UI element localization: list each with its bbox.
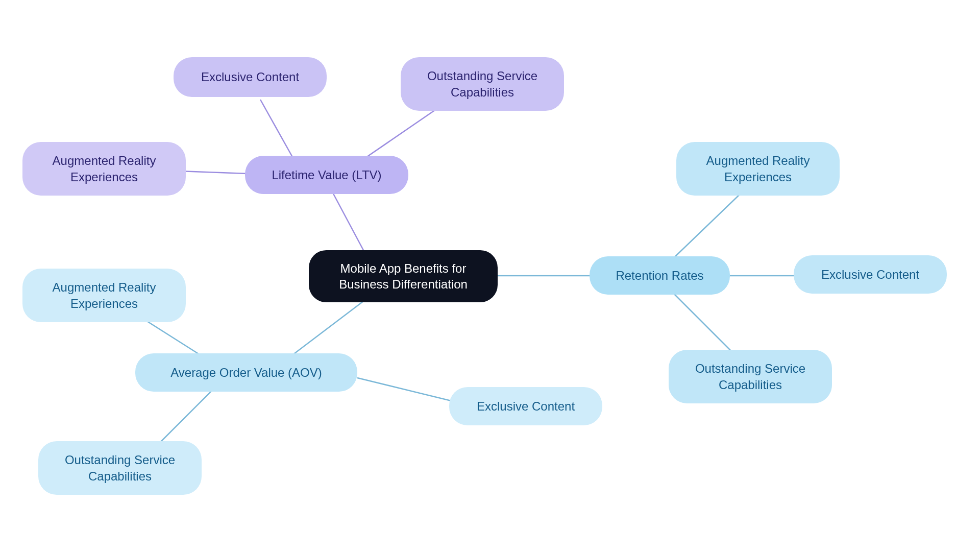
ltv-ar-label: Augmented Reality Experiences bbox=[37, 153, 172, 184]
retention-label: Retention Rates bbox=[616, 268, 703, 283]
svg-line-11 bbox=[153, 388, 214, 449]
retention-service-label: Outstanding Service Capabilities bbox=[683, 360, 818, 392]
retention-ar-node[interactable]: Augmented Reality Experiences bbox=[676, 142, 840, 196]
ltv-exclusive-label: Exclusive Content bbox=[201, 69, 299, 85]
aov-ar-label: Augmented Reality Experiences bbox=[37, 279, 172, 311]
center-label: Mobile App Benefits for Business Differe… bbox=[323, 260, 483, 292]
center-node[interactable]: Mobile App Benefits for Business Differe… bbox=[309, 250, 498, 302]
aov-node[interactable]: Average Order Value (AOV) bbox=[135, 353, 357, 392]
aov-exclusive-label: Exclusive Content bbox=[477, 398, 575, 414]
svg-line-8 bbox=[286, 296, 370, 360]
svg-line-5 bbox=[674, 194, 740, 258]
ltv-ar-node[interactable]: Augmented Reality Experiences bbox=[22, 142, 186, 196]
mindmap-canvas: Mobile App Benefits for Business Differe… bbox=[0, 0, 980, 553]
retention-exclusive-node[interactable]: Exclusive Content bbox=[794, 255, 947, 294]
aov-service-label: Outstanding Service Capabilities bbox=[53, 452, 187, 484]
aov-service-node[interactable]: Outstanding Service Capabilities bbox=[38, 441, 202, 495]
ltv-service-label: Outstanding Service Capabilities bbox=[415, 68, 550, 100]
aov-label: Average Order Value (AOV) bbox=[170, 365, 322, 380]
ltv-exclusive-node[interactable]: Exclusive Content bbox=[174, 57, 327, 97]
ltv-label: Lifetime Value (LTV) bbox=[272, 167, 381, 183]
svg-line-1 bbox=[260, 100, 296, 163]
svg-line-7 bbox=[674, 294, 738, 357]
aov-ar-node[interactable]: Augmented Reality Experiences bbox=[22, 269, 186, 322]
svg-line-2 bbox=[357, 102, 447, 163]
ltv-node[interactable]: Lifetime Value (LTV) bbox=[245, 156, 408, 194]
ltv-service-node[interactable]: Outstanding Service Capabilities bbox=[401, 57, 564, 111]
retention-node[interactable]: Retention Rates bbox=[590, 256, 730, 295]
svg-line-3 bbox=[179, 171, 248, 174]
retention-ar-label: Augmented Reality Experiences bbox=[691, 153, 825, 184]
aov-exclusive-node[interactable]: Exclusive Content bbox=[449, 387, 602, 425]
retention-exclusive-label: Exclusive Content bbox=[821, 267, 919, 282]
retention-service-node[interactable]: Outstanding Service Capabilities bbox=[669, 350, 832, 403]
